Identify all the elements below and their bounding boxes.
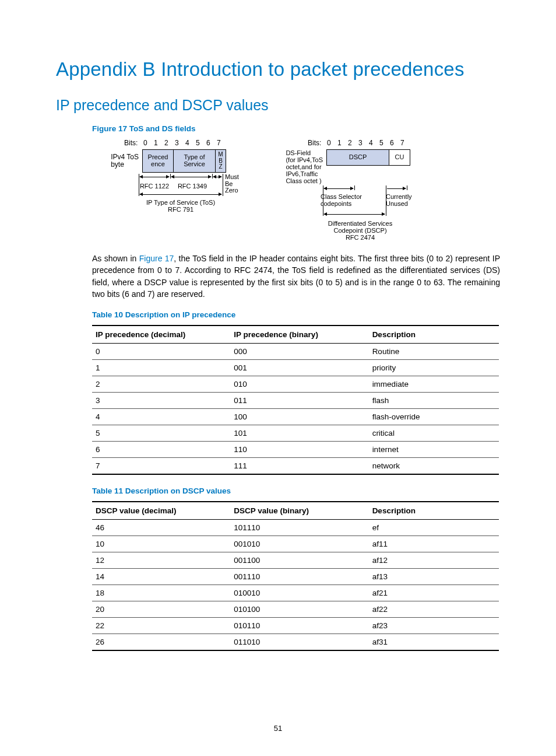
table-cell: 12 — [92, 552, 230, 569]
table-cell: 10 — [92, 536, 230, 552]
table-cell: af23 — [369, 618, 499, 634]
dscp-bottom-label: Differentiated ServicesCodepoint (DSCP)R… — [314, 220, 407, 241]
table-row: 22010110af23 — [92, 618, 499, 634]
bit: 3 — [171, 139, 182, 147]
table-row: 14001110af13 — [92, 569, 499, 585]
table-row: 4100flash-override — [92, 409, 499, 425]
table-row: 20010100af22 — [92, 601, 499, 618]
bit: 6 — [203, 139, 213, 147]
table-cell: 6 — [92, 442, 230, 458]
bit: 4 — [182, 139, 192, 147]
table-cell: Routine — [369, 344, 499, 360]
bit: 2 — [344, 139, 355, 147]
mbz-label: MustBeZero — [225, 174, 248, 194]
table-cell: 2 — [92, 376, 230, 393]
table-cell: 010110 — [230, 618, 368, 634]
table-row: 12001100af12 — [92, 552, 499, 569]
bit: 0 — [323, 139, 334, 147]
tos-bottom-label: IP Type of Service (ToS)RFC 791 — [139, 200, 223, 213]
body-paragraph: As shown in Figure 17, the ToS field in … — [92, 253, 500, 300]
figure-link[interactable]: Figure 17 — [139, 254, 174, 263]
table-cell: af31 — [369, 634, 499, 651]
bits-label-left: Bits: — [124, 139, 138, 147]
table-row: 0000Routine — [92, 344, 499, 360]
table-cell: 010010 — [230, 585, 368, 601]
bit: 2 — [161, 139, 171, 147]
table-header: IP precedence (decimal) — [92, 326, 230, 344]
cu-label: CurrentlyUnused — [386, 194, 421, 207]
figure-caption: Figure 17 ToS and DS fields — [92, 124, 500, 133]
table-cell: 20 — [92, 601, 230, 618]
table-cell: network — [369, 458, 499, 475]
table-cell: af11 — [369, 536, 499, 552]
class-selector-label: Class Selectorcodepoints — [321, 194, 373, 207]
table-cell: 1 — [92, 360, 230, 376]
table-row: 18010010af21 — [92, 585, 499, 601]
table-header: DSCP value (binary) — [230, 502, 368, 520]
table-dscp-values: DSCP value (decimal) DSCP value (binary)… — [92, 501, 499, 651]
table-cell: 46 — [92, 520, 230, 536]
mbz-cell: MBZ — [216, 149, 226, 173]
rfc1122-label: RFC 1122 — [135, 183, 174, 190]
bit: 0 — [140, 139, 150, 147]
precedence-cell: Precedence — [142, 149, 174, 173]
table-cell: critical — [369, 425, 499, 442]
table-cell: ef — [369, 520, 499, 536]
table-cell: flash — [369, 393, 499, 409]
table-row: 1001priority — [92, 360, 499, 376]
tos-cell: Type ofService — [174, 149, 216, 173]
table-header: Description — [369, 326, 499, 344]
table-cell: 111 — [230, 458, 368, 475]
figure-17: Bits: 0 1 2 3 4 5 6 7 IPv4 ToSbyte Prece… — [92, 139, 500, 241]
table-cell: af12 — [369, 552, 499, 569]
bit: 5 — [192, 139, 203, 147]
table-row: 46101110ef — [92, 520, 499, 536]
table-cell: internet — [369, 442, 499, 458]
rfc1349-label: RFC 1349 — [175, 183, 210, 190]
appendix-title: Appendix B Introduction to packet preced… — [56, 58, 500, 80]
ds-field-label: DS-Field(for IPv4,ToSoctet,and forIPv6,T… — [261, 149, 326, 184]
table-cell: 001010 — [230, 536, 368, 552]
table-cell: 000 — [230, 344, 368, 360]
table-row: 7111network — [92, 458, 499, 475]
bit: 5 — [376, 139, 386, 147]
bits-label-right: Bits: — [308, 139, 321, 147]
bit: 4 — [365, 139, 376, 147]
table-cell: 22 — [92, 618, 230, 634]
table-cell: 101 — [230, 425, 368, 442]
bit: 6 — [386, 139, 397, 147]
table-cell: 4 — [92, 409, 230, 425]
ipv4-tos-label: IPv4 ToSbyte — [92, 149, 142, 173]
table-cell: 001100 — [230, 552, 368, 569]
table-row: 6110internet — [92, 442, 499, 458]
section-title: IP precedence and DSCP values — [56, 97, 500, 114]
table-row: 26011010af31 — [92, 634, 499, 651]
table-row: 3011flash — [92, 393, 499, 409]
bit: 7 — [213, 139, 224, 147]
table-cell: priority — [369, 360, 499, 376]
bit: 7 — [397, 139, 407, 147]
table-cell: 010100 — [230, 601, 368, 618]
bit: 1 — [150, 139, 161, 147]
table-ip-precedence: IP precedence (decimal) IP precedence (b… — [92, 325, 499, 475]
table-cell: 3 — [92, 393, 230, 409]
table-cell: af13 — [369, 569, 499, 585]
table-cell: 010 — [230, 376, 368, 393]
table-cell: immediate — [369, 376, 499, 393]
bit: 3 — [355, 139, 365, 147]
table-row: 10001010af11 — [92, 536, 499, 552]
table-cell: 101110 — [230, 520, 368, 536]
table-header: Description — [369, 502, 499, 520]
table-cell: 011 — [230, 393, 368, 409]
table-cell: 7 — [92, 458, 230, 475]
table-cell: 001 — [230, 360, 368, 376]
page-number: 51 — [0, 724, 556, 733]
table-cell: af21 — [369, 585, 499, 601]
bit: 1 — [334, 139, 344, 147]
paragraph-pre: As shown in — [92, 254, 139, 263]
table10-caption: Table 10 Description on IP precedence — [92, 310, 500, 319]
table-cell: 14 — [92, 569, 230, 585]
table-header: IP precedence (binary) — [230, 326, 368, 344]
cu-cell: CU — [389, 149, 410, 166]
table-cell: af22 — [369, 601, 499, 618]
